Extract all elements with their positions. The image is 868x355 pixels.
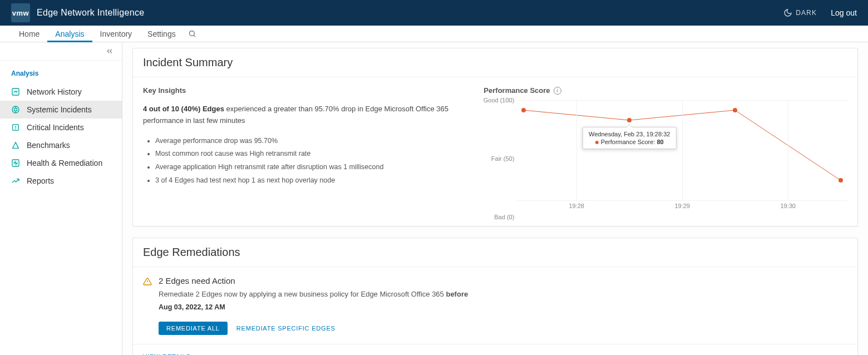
health-icon [11,159,20,167]
tooltip-label: Performance Score: [601,139,657,145]
insight-bullet: Average application High retransmit rate… [155,161,467,174]
sidebar-item-label: Network History [27,87,82,96]
app-title: Edge Network Intelligence [37,8,144,18]
remediation-description: Remediate 2 Edges now by applying a new … [159,289,468,313]
tab-home[interactable]: Home [11,26,47,42]
chevron-double-left-icon [105,47,114,56]
incident-summary-title: Incident Summary [133,48,857,77]
sidebar-item-systemic-incidents[interactable]: Systemic Incidents [0,101,122,119]
tooltip-time: Wednesday, Feb 23, 19:28:32 [589,131,670,137]
chart-point[interactable] [839,178,843,183]
svg-point-9 [16,129,16,129]
tab-inventory[interactable]: Inventory [92,26,140,42]
logout-link[interactable]: Log out [831,8,857,17]
insight-bullet: Most common root cause was High retransm… [155,147,467,161]
sidebar-item-label: Health & Remediation [27,159,102,167]
key-insight-bold: 4 out of 10 (40%) Edges [143,105,224,113]
performance-chart: Good (100) Fair (50) Bad (0) Wednesday, … [484,100,847,217]
sidebar-item-benchmarks[interactable]: Benchmarks [0,136,122,154]
info-icon[interactable]: i [554,87,561,95]
x-tick: 19:28 [569,203,584,209]
sidebar-item-network-history[interactable]: Network History [0,83,122,101]
tab-settings[interactable]: Settings [140,26,184,42]
remediation-desc-pre: Remediate 2 Edges now by applying a new … [159,290,446,298]
sidebar-item-label: Critical Incidents [27,123,84,132]
key-insight-main: 4 out of 10 (40%) Edges experienced a gr… [143,103,467,127]
tab-analysis[interactable]: Analysis [47,26,92,42]
edge-remediations-title: Edge Remediations [133,238,857,267]
benchmark-icon [11,141,20,150]
svg-point-4 [14,108,17,111]
remediate-all-button[interactable]: REMEDIATE ALL [159,322,228,335]
search-icon [188,29,196,38]
chart-point[interactable] [521,108,526,112]
reports-icon [11,176,20,185]
sidebar-item-health-remediation[interactable]: Health & Remediation [0,154,122,172]
remediate-specific-button[interactable]: REMEDIATE SPECIFIC EDGES [236,325,336,332]
moon-icon [783,8,792,17]
y-tick-bad: Bad (0) [494,214,514,220]
critical-icon [11,123,20,132]
collapse-sidebar-button[interactable] [105,47,114,56]
search-button[interactable] [184,26,201,42]
sidebar: Analysis Network HistorySystemic Inciden… [0,42,122,355]
sidebar-section-title: Analysis [0,61,122,83]
svg-point-0 [189,31,194,36]
sub-header: HomeAnalysisInventorySettings [0,26,868,42]
performance-score-title: Performance Score [484,86,550,95]
network-icon [11,87,20,96]
insight-bullet: Average performance drop was 95.70% [155,135,467,148]
remediation-desc-bold: before [446,290,468,298]
theme-toggle[interactable]: DARK [783,8,817,17]
top-header: vmw Edge Network Intelligence DARK Log o… [0,0,868,26]
sidebar-item-critical-incidents[interactable]: Critical Incidents [0,119,122,136]
sidebar-item-label: Reports [27,176,54,185]
key-insights-label: Key Insights [143,86,467,95]
logo: vmw [11,3,30,22]
chart-point[interactable] [627,118,632,122]
x-tick: 19:29 [674,203,690,209]
edge-remediations-card: Edge Remediations 2 Edges need Action Re… [132,238,858,355]
chart-tooltip: Wednesday, Feb 23, 19:28:32 Performance … [583,127,676,149]
x-tick: 19:30 [780,203,796,209]
main-content: Incident Summary Key Insights 4 out of 1… [122,42,868,355]
warning-icon [143,277,152,335]
incident-summary-card: Incident Summary Key Insights 4 out of 1… [132,48,858,226]
remediation-date: Aug 03, 2022, 12 AM [159,302,468,313]
sidebar-item-label: Benchmarks [27,141,70,150]
sidebar-item-reports[interactable]: Reports [0,172,122,190]
theme-label: DARK [796,9,817,17]
chart-point[interactable] [733,108,737,112]
sidebar-item-label: Systemic Incidents [27,105,92,114]
remediation-subtitle: 2 Edges need Action [159,276,468,285]
y-tick-good: Good (100) [484,97,515,103]
y-tick-fair: Fair (50) [491,155,515,162]
tooltip-dot-icon [595,141,599,144]
insight-list: Average performance drop was 95.70%Most … [143,135,467,188]
incidents-icon [11,105,20,114]
svg-line-1 [194,35,195,37]
svg-marker-10 [13,142,19,149]
tooltip-value: 80 [657,139,664,145]
insight-bullet: 3 of 4 Edges had test next hop 1 as next… [155,174,467,188]
